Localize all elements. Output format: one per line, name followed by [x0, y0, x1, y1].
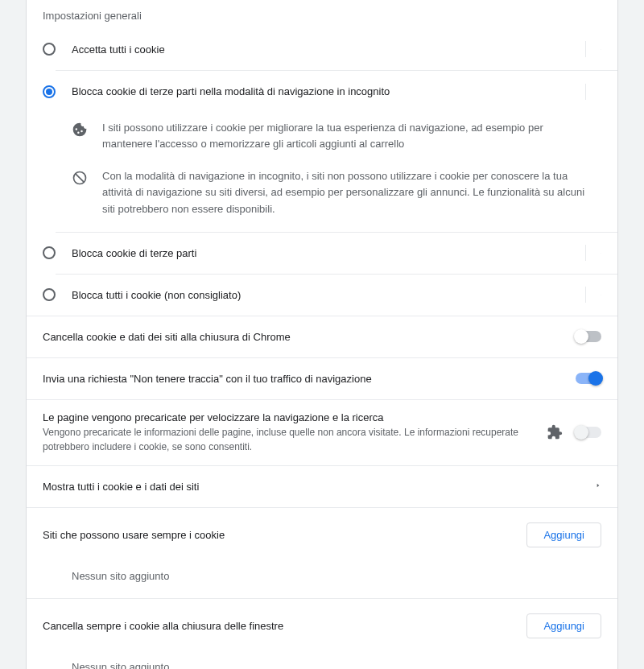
chevron-up-icon[interactable]: [585, 84, 601, 100]
setting-sublabel: Vengono precaricate le informazioni dell…: [43, 425, 534, 454]
site-section-header: Siti che possono usare sempre i cookie A…: [27, 508, 617, 562]
radio-icon: [43, 43, 56, 56]
chevron-right-icon: [595, 481, 601, 493]
cookie-option-block-third-party[interactable]: Blocca cookie di terze parti: [56, 232, 617, 274]
svg-line-1: [76, 174, 85, 183]
radio-icon: [43, 246, 56, 259]
option-label: Blocca cookie di terze parti: [72, 247, 576, 259]
setting-show-all-cookies[interactable]: Mostra tutti i cookie e i dati dei siti: [27, 465, 617, 507]
setting-do-not-track[interactable]: Invia una richiesta "Non tenere traccia"…: [27, 357, 617, 399]
cookie-icon: [72, 122, 88, 138]
setting-clear-on-exit[interactable]: Cancella cookie e dati dei siti alla chi…: [27, 316, 617, 357]
chevron-down-icon[interactable]: [585, 245, 601, 261]
empty-message: Nessun sito aggiunto: [27, 653, 617, 669]
toggle-switch: [576, 427, 601, 438]
setting-text: Invia una richiesta "Non tenere traccia"…: [43, 373, 563, 385]
section-title: Impostazioni generali: [27, 0, 617, 28]
option-label: Blocca tutti i cookie (non consigliato): [72, 289, 576, 301]
chevron-down-icon[interactable]: [585, 41, 601, 57]
chevron-down-icon[interactable]: [585, 287, 601, 303]
setting-text: Mostra tutti i cookie e i dati dei siti: [43, 481, 582, 493]
radio-icon: [43, 288, 56, 301]
radio-icon: [43, 85, 56, 98]
setting-preload-pages: Le pagine vengono precaricate per veloci…: [27, 399, 617, 465]
option-label: Accetta tutti i cookie: [72, 43, 576, 56]
setting-text: Cancella cookie e dati dei siti alla chi…: [43, 331, 563, 343]
site-section-header: Cancella sempre i cookie alla chiusura d…: [27, 599, 617, 653]
site-section-allow: Siti che possono usare sempre i cookie A…: [27, 507, 617, 598]
option-label: Blocca cookie di terze parti nella modal…: [72, 85, 576, 97]
empty-message: Nessun sito aggiunto: [27, 562, 617, 598]
settings-card: Impostazioni generali Accetta tutti i co…: [26, 0, 618, 669]
description-text: Con la modalità di navigazione in incogn…: [102, 168, 593, 217]
add-button[interactable]: Aggiungi: [526, 522, 601, 547]
setting-label: Cancella cookie e dati dei siti alla chi…: [43, 331, 563, 343]
setting-label: Invia una richiesta "Non tenere traccia"…: [43, 373, 563, 385]
site-section-title: Siti che possono usare sempre i cookie: [43, 529, 225, 541]
toggle-switch[interactable]: [576, 331, 601, 342]
cookie-option-allow-all[interactable]: Accetta tutti i cookie: [56, 28, 617, 70]
toggle-switch[interactable]: [576, 373, 601, 384]
option-description-2: Con la modalità di navigazione in incogn…: [27, 160, 617, 231]
site-section-clear-on-close: Cancella sempre i cookie alla chiusura d…: [27, 598, 617, 669]
site-section-title: Cancella sempre i cookie alla chiusura d…: [43, 620, 283, 632]
option-description-1: I siti possono utilizzare i cookie per m…: [27, 112, 617, 160]
cookie-option-block-third-party-incognito[interactable]: Blocca cookie di terze parti nella modal…: [56, 70, 617, 112]
setting-label: Mostra tutti i cookie e i dati dei siti: [43, 481, 582, 493]
extension-icon: [547, 424, 563, 440]
setting-label: Le pagine vengono precaricate per veloci…: [43, 411, 534, 423]
block-icon: [72, 170, 88, 186]
setting-text: Le pagine vengono precaricate per veloci…: [43, 411, 534, 454]
cookie-option-block-all[interactable]: Blocca tutti i cookie (non consigliato): [56, 274, 617, 316]
add-button[interactable]: Aggiungi: [526, 613, 601, 638]
description-text: I siti possono utilizzare i cookie per m…: [102, 120, 593, 152]
